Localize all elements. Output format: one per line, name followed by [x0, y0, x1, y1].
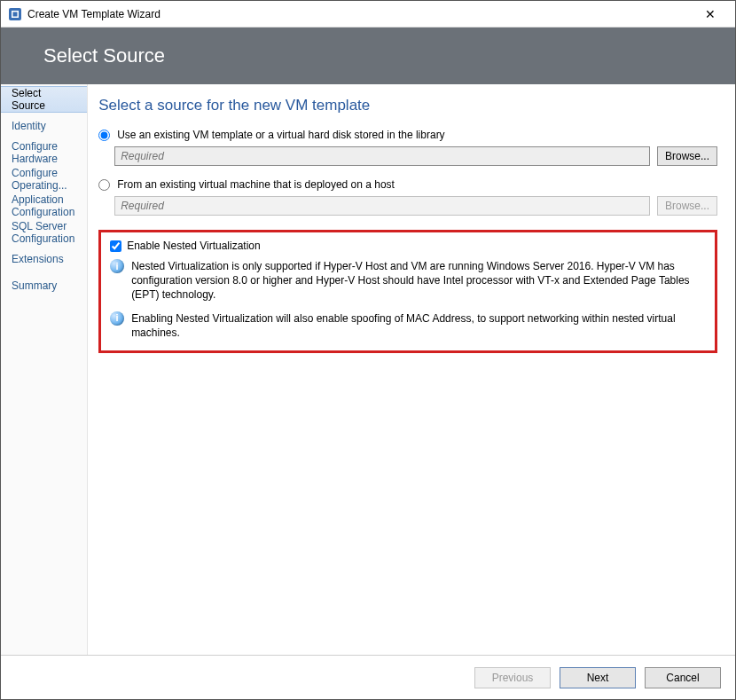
next-button[interactable]: Next: [560, 667, 636, 688]
radio-existing-template-label: Use an existing VM template or a virtual…: [117, 129, 445, 141]
sidebar-item-extensions[interactable]: Extensions: [1, 246, 87, 272]
enable-nested-virtualization-label: Enable Nested Virtualization: [127, 240, 261, 252]
radio-existing-vm-label: From an existing virtual machine that is…: [117, 178, 395, 191]
info-icon: i: [110, 259, 124, 273]
window-title: Create VM Template Wizard: [27, 8, 161, 20]
existing-template-field[interactable]: [114, 146, 650, 166]
wizard-footer: Previous Next Cancel: [1, 655, 735, 699]
page-heading: Select a source for the new VM template: [98, 97, 717, 114]
app-icon: [8, 7, 22, 21]
sidebar-item-identity[interactable]: Identity: [1, 113, 87, 139]
cancel-button[interactable]: Cancel: [645, 667, 721, 688]
radio-existing-vm[interactable]: [98, 179, 110, 191]
nested-info-text-1: Nested Virtualization is only supported …: [131, 259, 706, 303]
wizard-banner: Select Source: [1, 28, 735, 84]
previous-button: Previous: [474, 667, 551, 688]
close-icon[interactable]: ✕: [693, 7, 728, 21]
sidebar-item-sql-config[interactable]: SQL Server Configuration: [1, 219, 87, 246]
info-icon: i: [110, 311, 124, 326]
nested-info-text-2: Enabling Nested Virtualization will also…: [131, 311, 706, 340]
nested-virtualization-highlight: Enable Nested Virtualization i Nested Vi…: [98, 230, 717, 353]
titlebar: Create VM Template Wizard ✕: [1, 1, 735, 28]
enable-nested-virtualization-checkbox[interactable]: [110, 240, 121, 252]
sidebar-item-summary[interactable]: Summary: [1, 272, 87, 299]
sidebar-item-configure-hardware[interactable]: Configure Hardware: [1, 139, 87, 166]
browse-vm-button: Browse...: [657, 196, 717, 216]
browse-template-button[interactable]: Browse...: [657, 146, 717, 166]
wizard-main: Select a source for the new VM template …: [88, 84, 735, 655]
banner-title: Select Source: [43, 44, 165, 67]
sidebar-item-configure-operating[interactable]: Configure Operating...: [1, 166, 87, 193]
sidebar-item-application-config[interactable]: Application Configuration: [1, 193, 87, 219]
sidebar-item-select-source[interactable]: Select Source: [1, 86, 87, 113]
existing-vm-field: [114, 196, 650, 216]
radio-existing-template[interactable]: [98, 130, 110, 141]
svg-rect-2: [13, 12, 18, 16]
wizard-sidebar: Select Source Identity Configure Hardwar…: [1, 84, 88, 655]
wizard-window: Create VM Template Wizard ✕ Select Sourc…: [0, 0, 736, 700]
